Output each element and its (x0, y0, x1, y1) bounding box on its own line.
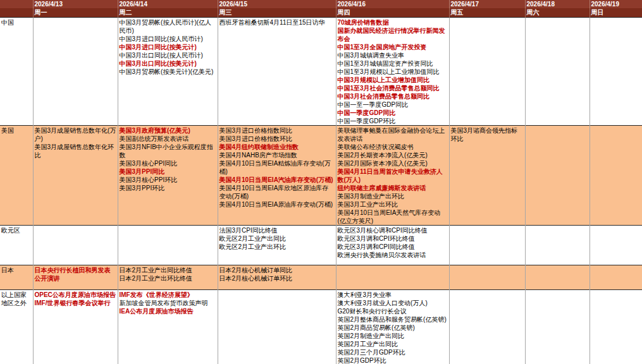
calendar-cell[interactable]: 西班牙首相桑切斯4月11日至15日访华 (218, 18, 336, 126)
event-item: 中国3月贸易帐(按人民币计)(亿人民币) (120, 18, 216, 35)
event-item: 中国3月进口同比(按美元计) (120, 43, 216, 51)
calendar-cell[interactable] (336, 265, 449, 290)
calendar-cell[interactable]: 美国3月成屋销售总数年化(万户)美国3月成屋销售总数年化环比 (33, 126, 118, 226)
event-item: 中国1至3月全国房地产开发投资 (338, 43, 448, 51)
event-item: 日本央行行长植田和男发表公开演讲 (35, 266, 116, 282)
calendar-cell[interactable]: 中国3月贸易帐(按人民币计)(亿人民币)中国3月进口同比(按人民币计)中国3月进… (118, 18, 218, 126)
calendar-cell[interactable]: 70城房价销售数据国新办就国民经济运行情况举行新闻发布会中国1至3月全国房地产开… (336, 18, 449, 126)
calendar-cell[interactable]: 美国3月谘商会领先指标环比 (449, 126, 525, 226)
day-header-weekday[interactable]: 周日 (590, 8, 642, 18)
event-item: 中国3月规模以上工业增加值同比 (338, 76, 448, 84)
event-item: 澳大利亚3月就业人口变动(万人) (338, 299, 448, 307)
header-corner-cell (0, 0, 33, 8)
calendar-cell[interactable]: OPEC公布月度原油市场报告IMF/世界银行春季会议举行 (33, 290, 118, 364)
calendar-cell[interactable]: 美联储理事鲍曼在国际金融协会论坛上发表讲话美联储公布经济状况褐皮书美国2月长期资… (336, 126, 449, 226)
event-item: 美国4月10日当周EIA库欣地区原油库存变动(万桶) (219, 184, 335, 200)
event-item: 美国4月11日当周首次申请失业救济人数(万人) (338, 167, 448, 184)
event-item: 美国3月进口价格指数同比 (219, 126, 335, 135)
day-header-date[interactable]: 2026/4/15 (218, 0, 336, 8)
region-row-2: 欧元区法国3月CPI同比终值欧元区2月工业产出同比欧元区2月工业产出环比欧元区3… (0, 226, 642, 265)
event-item: 纽约联储主席威廉姆斯发表讲话 (338, 184, 448, 192)
calendar-cell[interactable] (449, 18, 525, 126)
day-header-weekday[interactable]: 周一 (33, 8, 118, 18)
calendar-cell[interactable] (525, 126, 590, 226)
day-header-weekday[interactable]: 周二 (118, 8, 218, 18)
region-row-1: 美国美国3月成屋销售总数年化(万户)美国3月成屋销售总数年化环比美国3月政府预算… (0, 126, 642, 226)
day-header-weekday[interactable]: 周五 (449, 8, 525, 18)
event-item: 美国4月10日当周EIA天然气库存变动(亿立方英尺) (338, 209, 448, 225)
calendar-cell[interactable] (590, 18, 642, 126)
event-item: 欧元区2月工业产出环比 (219, 243, 335, 251)
event-item: 美国4月纽约联储制造业指数 (219, 143, 335, 151)
event-item: IEA公布月度原油市场报告 (120, 307, 216, 315)
event-item: 英国2月三个月GDP环比 (338, 348, 448, 356)
calendar-cell[interactable] (590, 226, 642, 265)
calendar-cell[interactable] (590, 290, 642, 364)
calendar-cell[interactable]: 法国3月CPI同比终值欧元区2月工业产出同比欧元区2月工业产出环比 (218, 226, 336, 265)
event-item: 欧洲央行执委施纳贝尔发表讲话 (338, 251, 448, 259)
region-row-4: 以上国家地区之外OPEC公布月度原油市场报告IMF/世界银行春季会议举行IMF发… (0, 290, 642, 364)
calendar-cell[interactable] (33, 226, 118, 265)
event-item: 美国3月PPI同比 (120, 167, 216, 176)
event-item: 美国3月核心PPI环比 (120, 176, 216, 184)
calendar-cell[interactable]: 澳大利亚3月失业率澳大利亚3月就业人口变动(万人)G20财长和央行行长会议英国2… (336, 290, 449, 364)
event-item: 日本2月核心机械订单环比 (219, 274, 335, 282)
region-label: 中国 (0, 18, 33, 126)
region-label: 日本 (0, 265, 33, 290)
calendar-cell[interactable]: 美国3月进口价格指数同比美国3月进口价格指数环比美国4月纽约联储制造业指数美国4… (218, 126, 336, 226)
calendar-cell[interactable] (449, 290, 525, 364)
calendar-cell[interactable]: 日本央行行长植田和男发表公开演讲 (33, 265, 118, 290)
event-item: 美国3月工业产出环比 (338, 200, 448, 209)
day-header-weekday[interactable]: 周四 (336, 8, 449, 18)
event-item: 日本2月工业产出同比终值 (120, 266, 216, 274)
calendar-cell[interactable] (449, 226, 525, 265)
calendar-cell[interactable]: 日本2月核心机械订单同比日本2月核心机械订单环比 (218, 265, 336, 290)
region-row-3: 日本日本央行行长植田和男发表公开演讲日本2月工业产出同比终值日本2月工业产出环比… (0, 265, 642, 290)
calendar-cell[interactable]: 美国3月政府预算(亿美元)美国副总统万斯发表讲话美国3月NFIB中小企业乐观程度… (118, 126, 218, 226)
day-header-date[interactable]: 2026/4/19 (590, 0, 642, 8)
event-item: 美国4月10日当周EIA精炼油库存变动(万桶) (219, 159, 335, 176)
calendar-cell[interactable]: IMF发布《世界经济展望》新加坡金管局发布货币政策声明IEA公布月度原油市场报告 (118, 290, 218, 364)
event-item: 美国3月制造业产出环比 (338, 192, 448, 200)
calendar-cell[interactable] (525, 226, 590, 265)
day-header-date[interactable]: 2026/4/18 (525, 0, 590, 8)
calendar-cell[interactable] (449, 265, 525, 290)
event-item: 美国2月长期资本净流入(亿美元) (338, 151, 448, 159)
event-item: G20财长和央行行长会议 (338, 307, 448, 315)
event-item: 美国4月NAHB房产市场指数 (219, 151, 335, 159)
calendar-cell[interactable] (525, 265, 590, 290)
event-item: 美国3月成屋销售总数年化(万户) (35, 126, 116, 143)
event-item: 西班牙首相桑切斯4月11日至15日访华 (219, 18, 335, 27)
event-item: IMF发布《世界经济展望》 (120, 291, 216, 299)
calendar-cell[interactable] (525, 290, 590, 364)
calendar-cell[interactable]: 日本2月工业产出同比终值日本2月工业产出环比终值 (118, 265, 218, 290)
day-header-date[interactable]: 2026/4/17 (449, 0, 525, 8)
event-item: 英国2月整体商品和服务贸易帐(亿英镑) (338, 315, 448, 324)
calendar-cell[interactable] (33, 18, 118, 126)
event-item: 中国3月进口同比(按人民币计) (120, 35, 216, 43)
region-label: 美国 (0, 126, 33, 226)
event-item: 国新办就国民经济运行情况举行新闻发布会 (338, 27, 448, 43)
day-header-weekday[interactable]: 周三 (218, 8, 336, 18)
event-item: 英国2月工业产出同比 (338, 340, 448, 348)
calendar-cell[interactable] (590, 265, 642, 290)
event-item: 美联储公布经济状况褐皮书 (338, 143, 448, 151)
calendar-cell[interactable] (590, 126, 642, 226)
day-header-weekday[interactable]: 周六 (525, 8, 590, 18)
calendar-cell[interactable] (525, 18, 590, 126)
header-date-row: 2026/4/132026/4/142026/4/152026/4/162026… (0, 0, 642, 8)
event-item: 中国3月贸易帐(按美元计)(亿美元) (120, 68, 216, 76)
event-item: 新加坡金管局发布货币政策声明 (120, 299, 216, 307)
day-header-date[interactable]: 2026/4/13 (33, 0, 118, 8)
calendar-cell[interactable]: 欧元区3月核心调和CPI同比终值欧元区3月调和CPI环比终值欧元区3月调和CPI… (336, 226, 449, 265)
calendar-cell[interactable] (118, 226, 218, 265)
event-item: 美国3月进口价格指数环比 (219, 135, 335, 143)
day-header-date[interactable]: 2026/4/16 (336, 0, 449, 8)
event-item: 中国3月出口同比(按人民币计) (120, 51, 216, 59)
event-item: 中国一至一季度GDP同比 (338, 100, 448, 109)
calendar-cell[interactable] (218, 290, 336, 364)
event-item: 美国3月NFIB中小企业乐观程度指数 (120, 143, 216, 159)
day-header-date[interactable]: 2026/4/14 (118, 0, 218, 8)
event-item: 澳大利亚3月失业率 (338, 291, 448, 299)
event-item: 中国1至3月城镇固定资产投资同比 (338, 59, 448, 68)
